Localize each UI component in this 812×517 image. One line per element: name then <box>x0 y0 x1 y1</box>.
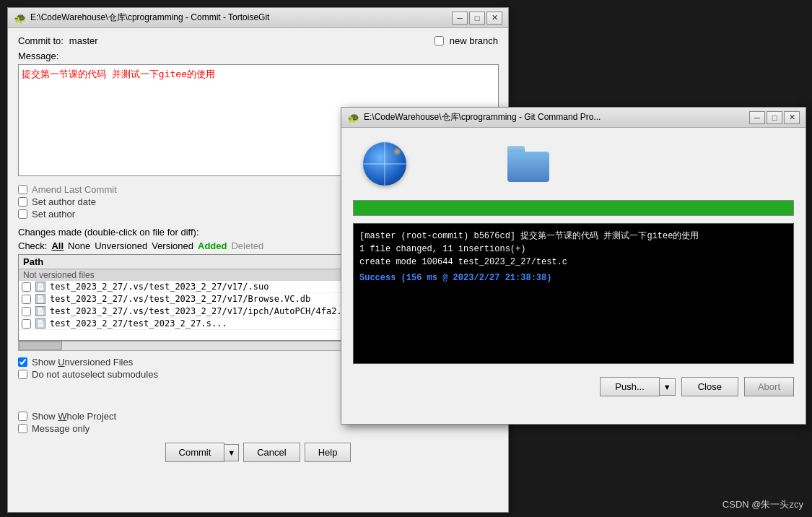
show-whole-project-label: Show Whole Project <box>32 411 116 422</box>
author-date-label: Set author date <box>32 196 96 207</box>
bottom-buttons-row: Commit ▼ Cancel Help <box>18 443 498 462</box>
minimize-button[interactable]: ─ <box>452 12 468 25</box>
progress-bar-container <box>353 200 794 216</box>
commit-dropdown-button[interactable]: ▼ <box>224 444 239 461</box>
progress-window-title: E:\CodeWarehouse\仓库\cprogramming - Git C… <box>364 111 601 123</box>
check-versioned-link[interactable]: Versioned <box>152 240 193 251</box>
help-button[interactable]: Help <box>305 443 352 462</box>
commit-window-controls: ─ □ ✕ <box>452 12 502 25</box>
scrollbar-thumb[interactable] <box>19 342 62 350</box>
do-not-autoselect-label: Do not autoselect submodules <box>32 369 158 380</box>
do-not-autoselect-checkbox[interactable] <box>18 370 27 379</box>
progress-maximize-button[interactable]: □ <box>767 111 782 124</box>
message-only-row: Message only <box>18 423 498 434</box>
commit-window-title-area: 🐢 E:\CodeWarehouse\仓库\cprogramming - Com… <box>14 12 269 24</box>
check-label: Check: <box>18 240 47 251</box>
file-icon-2: 📄 <box>35 306 45 316</box>
folder-icon <box>507 146 549 182</box>
cancel-button[interactable]: Cancel <box>243 443 300 462</box>
file-name-2: test_2023_2_27/.vs/test_2023_2_27/v17/ip… <box>50 306 352 316</box>
new-branch-checkbox[interactable] <box>435 36 444 45</box>
commit-button-group: Commit ▼ <box>165 443 240 462</box>
commit-to-label: Commit to: <box>18 35 64 46</box>
output-area: [master (root-commit) b5676cd] 提交第一节课的代码… <box>353 223 794 364</box>
progress-icons <box>341 128 806 193</box>
progress-window: 🐢 E:\CodeWarehouse\仓库\cprogramming - Git… <box>341 107 806 425</box>
file-icon-1: 📄 <box>35 294 45 304</box>
progress-bar-fill <box>354 201 793 215</box>
show-whole-project-checkbox[interactable] <box>18 412 27 421</box>
globe-icon <box>363 142 406 186</box>
progress-window-titlebar: 🐢 E:\CodeWarehouse\仓库\cprogramming - Git… <box>341 108 806 128</box>
commit-button[interactable]: Commit <box>165 443 225 462</box>
satellite-dot <box>393 148 401 155</box>
success-line: Success (156 ms @ 2023/2/27 21:38:38) <box>359 273 787 283</box>
file-name-3: test_2023_2_27/test_2023_2_27.s... <box>50 318 227 329</box>
output-line-0: [master (root-commit) b5676cd] 提交第一节课的代码… <box>359 230 787 243</box>
push-button-group: Push... ▼ <box>600 377 675 396</box>
abort-button[interactable]: Abort <box>744 377 794 396</box>
new-branch-label: new branch <box>450 35 498 46</box>
show-unversioned-checkbox[interactable] <box>18 357 27 367</box>
close-button[interactable]: ✕ <box>486 12 502 25</box>
file-icon-0: 📄 <box>35 282 45 292</box>
file-name-1: test_2023_2_27/.vs/test_2023_2_27/v17/Br… <box>50 294 310 304</box>
message-only-label: Message only <box>32 423 90 434</box>
commit-window-titlebar: 🐢 E:\CodeWarehouse\仓库\cprogramming - Com… <box>8 8 508 28</box>
file-checkbox-0[interactable] <box>22 282 31 292</box>
push-button[interactable]: Push... <box>600 377 659 396</box>
file-name-0: test_2023_2_27/.vs/test_2023_2_27/v17/.s… <box>50 282 269 292</box>
commit-window-title: E:\CodeWarehouse\仓库\cprogramming - Commi… <box>30 12 269 24</box>
author-label: Set author <box>32 209 75 220</box>
check-all-link[interactable]: All <box>51 240 64 251</box>
file-checkbox-1[interactable] <box>22 295 31 304</box>
author-checkbox[interactable] <box>18 209 27 219</box>
branch-name: master <box>69 35 98 46</box>
push-dropdown-button[interactable]: ▼ <box>660 378 676 396</box>
file-checkbox-3[interactable] <box>22 319 31 329</box>
check-none-link[interactable]: None <box>68 240 90 251</box>
folder-body <box>507 152 549 182</box>
amend-checkbox[interactable] <box>18 185 27 194</box>
output-line-2: create mode 100644 test_2023_2_27/test.c <box>359 256 787 269</box>
author-date-checkbox[interactable] <box>18 197 27 207</box>
check-added-link[interactable]: Added <box>198 240 227 251</box>
maximize-button[interactable]: □ <box>469 12 485 25</box>
message-label: Message: <box>18 51 498 61</box>
amend-label: Amend Last Commit <box>32 184 117 195</box>
output-line-1: 1 file changed, 11 insertions(+) <box>359 243 787 256</box>
show-unversioned-label: Show Unversioned Files <box>32 357 133 368</box>
progress-close-button[interactable]: ✕ <box>784 111 800 124</box>
file-checkbox-2[interactable] <box>22 307 31 316</box>
progress-buttons: Push... ▼ Close Abort <box>341 370 806 404</box>
message-only-checkbox[interactable] <box>18 424 27 433</box>
check-deleted-link[interactable]: Deleted <box>231 240 263 251</box>
globe-meridian-v <box>384 142 385 186</box>
progress-minimize-button[interactable]: ─ <box>749 111 765 124</box>
close-progress-button[interactable]: Close <box>681 377 738 396</box>
progress-window-controls: ─ □ ✕ <box>749 111 800 124</box>
check-unversioned-link[interactable]: Unversioned <box>95 240 147 251</box>
file-icon-3: 📄 <box>35 318 45 329</box>
watermark: CSDN @朱一头zcy <box>722 498 803 511</box>
commit-to-row: Commit to: master new branch <box>18 35 498 46</box>
progress-window-title-area: 🐢 E:\CodeWarehouse\仓库\cprogramming - Git… <box>347 111 601 123</box>
